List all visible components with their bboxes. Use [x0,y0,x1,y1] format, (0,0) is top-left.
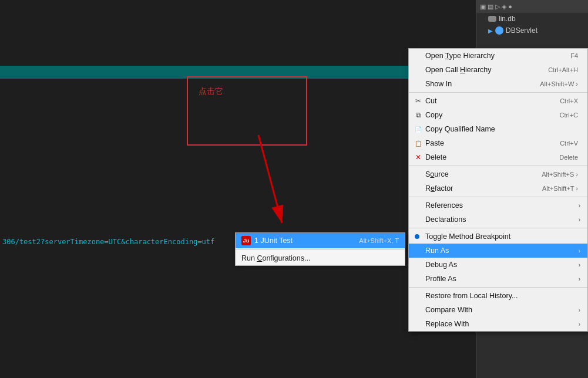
junit-test-shortcut: Alt+Shift+X, T [359,237,399,244]
right-panel-header: ▣ ▤ ▷ ◈ ● [476,0,588,13]
context-menu: Open Type Hierarchy F4 Open Call Hierarc… [408,48,588,332]
menu-item-toggle-method-breakpoint[interactable]: Toggle Method Breakpoint [409,230,587,244]
open-type-hierarchy-label: Open Type Hierarchy [425,52,495,60]
class-icon [495,26,503,35]
menu-item-profile-as[interactable]: Profile As › [409,272,587,286]
delete-icon [414,153,423,162]
compare-with-arrow: › [579,307,580,313]
references-arrow: › [579,203,580,209]
submenu-item-junit-test[interactable]: Ju 1 JUnit Test Alt+Shift+X, T [236,233,405,248]
cut-label: Cut [425,97,436,105]
panel-item-dbservlet[interactable]: ▶ DBServlet [476,25,588,36]
editor-area [0,0,476,378]
copy-label: Copy [425,111,442,119]
refactor-label: Refactor [425,184,453,193]
submenu-item-run-configurations[interactable]: Run Configurations... [236,251,405,265]
run-as-submenu: Ju 1 JUnit Test Alt+Shift+X, T Run Confi… [235,232,405,266]
delete-label: Delete [425,153,446,161]
chinese-label: 点击它 [199,86,223,97]
triangle-icon: ▶ [488,28,493,34]
panel-item-lindb[interactable]: lin.db [476,13,588,25]
dbservlet-label: DBServlet [506,26,537,35]
toggle-breakpoint-dot [415,234,419,239]
dbservlet-tree-item: ▶ DBServlet [488,26,537,35]
divider-5 [409,287,587,288]
divider-2 [409,166,587,166]
run-configurations-label: Run Configurations... [241,254,310,262]
paste-shortcut: Ctrl+V [560,140,580,147]
declarations-label: Declarations [425,215,466,224]
compare-with-label: Compare With [425,306,472,314]
copy-shortcut: Ctrl+C [560,112,580,119]
restore-local-history-label: Restore from Local History... [425,292,518,300]
menu-item-references[interactable]: References › [409,198,587,212]
source-label: Source [425,170,449,178]
lindb-label: lin.db [499,15,516,23]
submenu-divider [236,249,405,250]
toggle-method-breakpoint-label: Toggle Method Breakpoint [425,232,510,241]
menu-item-run-as[interactable]: Run As › [409,244,587,258]
menu-item-show-in[interactable]: Show In Alt+Shift+W › [409,77,587,91]
panel-toolbar: ▣ ▤ ▷ ◈ ● [480,3,512,11]
menu-item-copy[interactable]: Copy Ctrl+C [409,108,587,122]
open-call-hierarchy-shortcut: Ctrl+Alt+H [548,66,580,73]
cut-shortcut: Ctrl+X [560,97,580,104]
run-as-arrow: › [579,248,580,254]
profile-as-arrow: › [579,276,580,282]
paste-icon [414,139,423,148]
menu-item-declarations[interactable]: Declarations › [409,212,587,227]
open-type-hierarchy-shortcut: F4 [570,52,580,59]
replace-with-label: Replace With [425,320,469,328]
copy-icon [414,110,423,120]
menu-item-copy-qualified-name[interactable]: Copy Qualified Name [409,122,587,136]
lindb-tree-item: lin.db [488,15,516,23]
source-shortcut: Alt+Shift+S › [542,171,580,178]
junit-icon: Ju [241,236,251,245]
replace-with-arrow: › [579,321,580,328]
menu-item-paste[interactable]: Paste Ctrl+V [409,136,587,150]
profile-as-label: Profile As [425,275,456,283]
run-as-label: Run As [425,247,449,255]
show-in-label: Show In [425,80,452,88]
open-call-hierarchy-label: Open Call Hierarchy [425,66,492,74]
status-bar-text: 306/test2?serverTimezone=UTC&characterEn… [0,238,214,246]
menu-item-cut[interactable]: Cut Ctrl+X [409,94,587,108]
menu-item-source[interactable]: Source Alt+Shift+S › [409,167,587,181]
junit-test-label: 1 JUnit Test [254,237,293,245]
references-label: References [425,201,463,210]
divider-4 [409,228,587,228]
copy-qualified-name-label: Copy Qualified Name [425,125,495,133]
show-in-shortcut: Alt+Shift+W › [540,80,580,87]
debug-as-arrow: › [579,262,580,268]
menu-item-replace-with[interactable]: Replace With › [409,317,587,331]
menu-item-debug-as[interactable]: Debug As › [409,258,587,272]
paste-label: Paste [425,139,444,147]
menu-item-refactor[interactable]: Refactor Alt+Shift+T › [409,181,587,195]
refactor-shortcut: Alt+Shift+T › [542,185,580,192]
db-icon [488,16,496,22]
declarations-arrow: › [579,217,580,223]
divider-3 [409,197,587,197]
debug-as-label: Debug As [425,261,457,269]
menu-item-open-type-hierarchy[interactable]: Open Type Hierarchy F4 [409,49,587,63]
menu-item-compare-with[interactable]: Compare With › [409,303,587,317]
menu-item-delete[interactable]: Delete Delete [409,150,587,164]
menu-item-restore-local-history[interactable]: Restore from Local History... [409,289,587,303]
cut-icon [414,96,423,106]
divider-1 [409,92,587,93]
menu-item-open-call-hierarchy[interactable]: Open Call Hierarchy Ctrl+Alt+H [409,63,587,77]
copy-qualified-name-icon [414,124,423,134]
delete-shortcut: Delete [559,154,580,161]
red-annotation-box: 点击它 [187,76,307,146]
